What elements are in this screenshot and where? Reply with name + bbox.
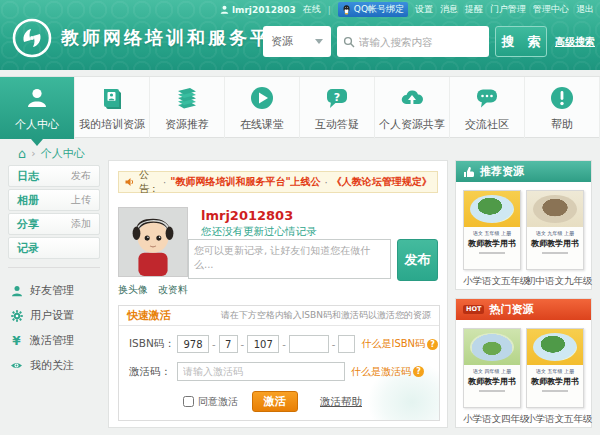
agree-text: 同意激活 (198, 395, 238, 409)
quick-activation-panel: 快速激活 请在下方空格内输入ISBN码和激活码以激活您的资源 ISBN码： - … (118, 305, 440, 421)
topbar-link-admin-center[interactable]: 管理中心 (533, 3, 569, 16)
agree-checkbox-label[interactable]: 同意激活 (183, 395, 238, 409)
sidebar-item-label: 激活管理 (30, 333, 74, 348)
question-badge-icon[interactable]: ? (413, 366, 424, 377)
book-caption[interactable]: 初中语文九年级 (526, 275, 584, 288)
sidebar-item-album[interactable]: 相册 上传 (8, 189, 100, 211)
question-badge-icon[interactable]: ? (427, 339, 438, 350)
sidebar-item-journal[interactable]: 日志 发布 (8, 165, 100, 187)
activation-code-input[interactable] (177, 362, 345, 381)
main-panel: 公告： · "教师网络培训和服务平台"上线公 · 《人教论坛管理规定》 (108, 160, 448, 428)
nav-tab-community[interactable]: 交流社区 (450, 77, 525, 139)
cover-divider (542, 390, 568, 392)
sidebar-item-share[interactable]: 分享 添加 (8, 213, 100, 235)
sidebar-item-activation-management[interactable]: ¥ 激活管理 (8, 328, 100, 353)
agree-checkbox[interactable] (183, 396, 194, 407)
announcement-link-launch[interactable]: "教师网络培训和服务平台"上线公 (170, 175, 320, 189)
topbar-link-settings[interactable]: 设置 (415, 3, 433, 16)
nav-tab-personal-resource-share[interactable]: 个人资源共享 (375, 77, 450, 139)
isbn-field-5[interactable] (338, 335, 355, 353)
nav-tab-label: 在线课堂 (240, 117, 284, 132)
nav-tab-label: 帮助 (551, 117, 573, 132)
book-card[interactable]: 语文 九年级 上册 教师教学用书 初中语文九年级 (526, 190, 584, 288)
training-book-icon (99, 85, 125, 111)
topbar-user[interactable]: lmrj2012803 (220, 5, 296, 15)
announcement-label: 公告： (139, 168, 159, 196)
site-title: 教师网络培训和服务平台 (61, 26, 292, 50)
publish-button[interactable]: 发布 (397, 239, 438, 281)
thumbs-up-icon (463, 166, 475, 178)
avatar-image (119, 208, 187, 276)
isbn-label: ISBN码： (129, 337, 177, 351)
book-card[interactable]: 语文 五年级 上册 教师教学用书 小学语文五年级 (463, 190, 521, 288)
search-category-dropdown[interactable]: 资源 (263, 26, 331, 57)
bullet: · (325, 177, 328, 188)
edit-profile-link[interactable]: 改资料 (158, 283, 188, 297)
isbn-field-1[interactable] (177, 335, 209, 353)
isbn-row: ISBN码： - - - - 什么是ISBN码 ? (129, 335, 439, 353)
hot-title: 热门资源 (489, 302, 533, 317)
cover-illustration (533, 195, 577, 223)
sidebar-item-label: 我的关注 (30, 358, 74, 373)
sidebar-divider (8, 267, 100, 268)
activate-button[interactable]: 激活 (252, 391, 298, 412)
sidebar-item-action[interactable]: 发布 (71, 169, 91, 183)
yen-icon: ¥ (10, 334, 23, 347)
topbar-link-reminders[interactable]: 提醒 (465, 3, 483, 16)
activation-help-link[interactable]: 激活帮助 (320, 395, 362, 409)
sidebar-item-friend-management[interactable]: 好友管理 (8, 278, 100, 303)
qq-bind-button[interactable]: QQ帐号绑定 (338, 2, 408, 17)
nav-tab-help[interactable]: 帮助 (525, 77, 600, 139)
nav-tab-online-classroom[interactable]: 在线课堂 (225, 77, 300, 139)
bullet: · (163, 177, 166, 188)
sidebar-item-user-settings[interactable]: 用户设置 (8, 303, 100, 328)
cover-subtitle: 语文 五年级 上册 (530, 368, 580, 374)
nav-tab-label: 资源推荐 (165, 117, 209, 132)
hot-body: 语文 四年级 上册 教师教学用书 小学语文四年级 语文 五年级 上册 教师教学用… (456, 320, 591, 426)
nav-tab-personal-center[interactable]: 个人中心 (0, 77, 75, 139)
avatar-block: 换头像 改资料 (118, 207, 188, 297)
topbar-link-logout[interactable]: 退出 (576, 3, 594, 16)
search-input[interactable] (359, 36, 479, 48)
search-box (337, 26, 489, 57)
sidebar-item-action[interactable]: 上传 (71, 193, 91, 207)
sidebar-item-records[interactable]: 记录 (8, 237, 100, 259)
sidebar-item-my-follows[interactable]: 我的关注 (8, 353, 100, 378)
nav-tab-my-training-resources[interactable]: 我的培训资源 (75, 77, 150, 139)
alert-circle-icon (549, 85, 575, 111)
isbn-field-4[interactable] (289, 335, 329, 353)
isbn-field-2[interactable] (219, 335, 238, 353)
mood-textarea[interactable] (188, 239, 391, 279)
book-card[interactable]: 语文 四年级 上册 教师教学用书 小学语文四年级 (463, 328, 521, 426)
search-row: 资源 搜 索 高级搜索 (263, 26, 595, 57)
book-cover: 语文 九年级 上册 教师教学用书 (526, 190, 584, 270)
avatar-links: 换头像 改资料 (118, 283, 188, 297)
what-is-isbn-link[interactable]: 什么是ISBN码 (361, 337, 425, 351)
topbar-status: 在线 (303, 3, 321, 16)
recommended-body: 语文 五年级 上册 教师教学用书 小学语文五年级 语文 九年级 上册 教师教学用… (456, 182, 591, 288)
isbn-field-3[interactable] (247, 335, 279, 353)
topbar-link-messages[interactable]: 消息 (440, 3, 458, 16)
topbar-link-portal-admin[interactable]: 门户管理 (490, 3, 526, 16)
avatar[interactable] (118, 207, 188, 277)
activation-hint: 请在下方空格内输入ISBN码和激活码以激活您的资源 (221, 309, 431, 322)
book-caption[interactable]: 小学语文四年级 (463, 413, 521, 426)
home-icon[interactable]: ⌂ (18, 147, 26, 160)
announcement-link-forum-rules[interactable]: 《人教论坛管理规定》 (332, 175, 432, 189)
book-caption[interactable]: 小学语文五年级 (463, 275, 521, 288)
nav-tab-interactive-qa[interactable]: ? 互动答疑 (300, 77, 375, 139)
isbn-dash: - (212, 339, 216, 350)
change-avatar-link[interactable]: 换头像 (118, 283, 148, 297)
search-button[interactable]: 搜 索 (495, 26, 547, 57)
sidebar-item-action[interactable]: 添加 (71, 217, 91, 231)
what-is-code-link[interactable]: 什么是激活码 (351, 365, 411, 379)
advanced-search-link[interactable]: 高级搜索 (555, 35, 595, 49)
book-card[interactable]: 语文 五年级 上册 教师教学用书 小学语文五年级 (526, 328, 584, 426)
book-caption[interactable]: 小学语文五年级 (526, 413, 584, 426)
recommended-resources-panel: 推荐资源 语文 五年级 上册 教师教学用书 小学语文五年级 (455, 160, 592, 290)
activation-header: 快速激活 请在下方空格内输入ISBN码和激活码以激活您的资源 (119, 306, 439, 326)
sidebar-item-label: 记录 (17, 241, 39, 256)
svg-text:?: ? (334, 90, 340, 103)
nav-tab-resource-recommend[interactable]: 资源推荐 (150, 77, 225, 139)
gear-icon (10, 309, 23, 322)
